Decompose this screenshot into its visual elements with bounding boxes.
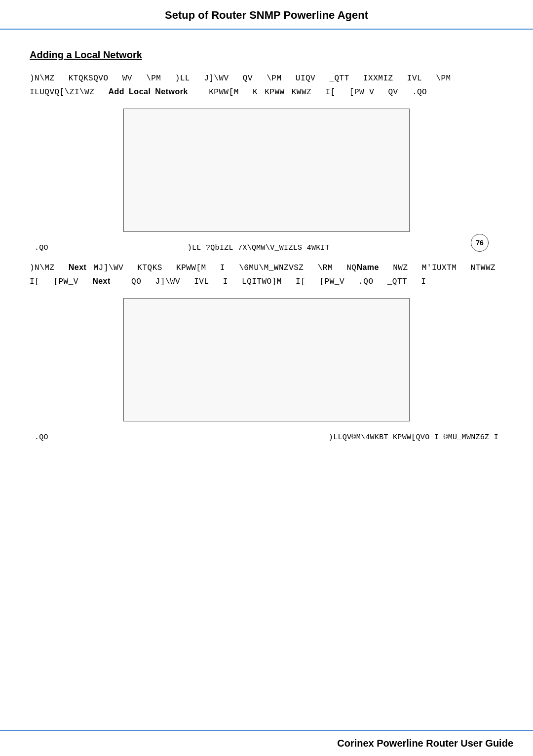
section-heading: Adding a Local Network	[30, 49, 503, 61]
nav-add-local: Add Local Network	[109, 87, 188, 96]
caption-2-middle: )LLQV©M\4WKBT KPWW[QVO I ©MU_MWNZ6Z I	[329, 433, 498, 442]
header-title: Setup of Router SNMP Powerline Agent	[165, 9, 368, 21]
caption-row-1-wrapper: .QO )LL ?QbIZL 7X\QMW\V_WIZLS 4WKIT 76	[30, 244, 503, 252]
paragraph-1: )N\MZ KTQKSQVO WV \PM )LL J]\WV QV \PM U…	[30, 73, 503, 99]
nav-next-2: Next	[92, 277, 111, 285]
nav-next: Next	[69, 263, 87, 271]
caption-row-2: .QO )LLQV©M\4WKBT KPWW[QVO I ©MU_MWNZ6Z …	[30, 433, 503, 442]
footer-title: Corinex Powerline Router User Guide	[337, 738, 513, 749]
main-content: Adding a Local Network )N\MZ KTQKSQVO WV…	[0, 30, 533, 730]
page-header: Setup of Router SNMP Powerline Agent	[0, 0, 533, 30]
page-container: Setup of Router SNMP Powerline Agent Add…	[0, 0, 533, 756]
page-footer: Corinex Powerline Router User Guide	[0, 730, 533, 756]
screenshot-box-2	[123, 298, 410, 421]
caption-2-left: .QO	[35, 433, 48, 442]
paragraph-2-text: )N\MZ Next MJ]\WV KTQKS KPWW[M I \6MU\M_…	[30, 261, 503, 288]
caption-1-left: .QO	[35, 244, 48, 252]
screenshot-box-1	[123, 109, 410, 232]
caption-row-1: .QO )LL ?QbIZL 7X\QMW\V_WIZLS 4WKIT	[30, 244, 503, 252]
paragraph-1-text: )N\MZ KTQKSQVO WV \PM )LL J]\WV QV \PM U…	[30, 73, 503, 99]
caption-1-middle: )LL ?QbIZL 7X\QMW\V_WIZLS 4WKIT	[188, 244, 330, 252]
paragraph-2: )N\MZ Next MJ]\WV KTQKS KPWW[M I \6MU\M_…	[30, 261, 503, 288]
inline-name: Name	[356, 263, 379, 271]
step-badge-76: 76	[471, 234, 489, 252]
